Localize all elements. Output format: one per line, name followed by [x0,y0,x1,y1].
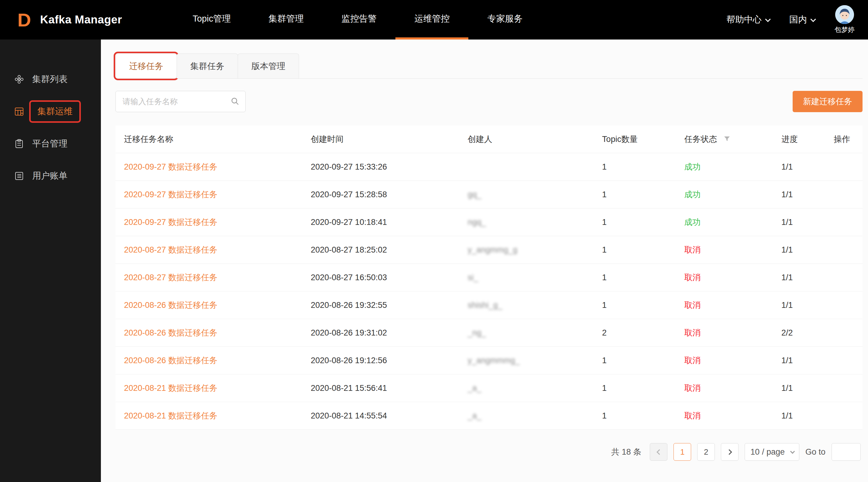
creator: _a_ [459,384,594,393]
page-button-1[interactable]: 1 [674,443,691,461]
top-nav: Topic管理 集群管理 监控告警 运维管控 专家服务 [174,0,541,39]
progress: 1/1 [773,162,825,172]
header-right: 帮助中心 国内 包梦婷 [726,5,855,34]
table-row: 2020-09-27 数据迁移任务 2020-09-27 15:28:58 gq… [116,181,863,208]
status-badge: 取消 [676,272,773,283]
task-name-link[interactable]: 2020-09-27 数据迁移任务 [124,162,218,171]
pagination: 共 18 条 1 2 10 / page Go to [116,443,863,461]
created-time: 2020-08-26 19:32:55 [302,300,459,310]
col-creator: 创建人 [459,134,594,144]
created-time: 2020-08-26 19:31:02 [302,328,459,338]
sidebar-item-cluster-list[interactable]: 集群列表 [0,63,101,95]
next-page-button[interactable] [721,443,739,461]
created-time: 2020-09-27 15:28:58 [302,190,459,199]
filter-icon[interactable] [724,135,730,144]
nav-cluster-manage[interactable]: 集群管理 [250,0,322,39]
page-button-2[interactable]: 2 [697,443,715,461]
topic-count: 1 [594,384,676,393]
topic-count: 1 [594,190,676,199]
col-topic-count: Topic数量 [594,134,676,144]
sidebar: 集群列表 集群运维 平台管理 用户账单 [0,39,101,482]
task-name-link[interactable]: 2020-08-26 数据迁移任务 [124,356,218,365]
col-actions: 操作 [825,134,863,144]
sidebar-item-user-billing[interactable]: 用户账单 [0,160,101,192]
col-created-time: 创建时间 [302,134,459,144]
progress: 1/1 [773,190,825,199]
tab-migration-tasks[interactable]: 迁移任务 [116,54,177,78]
search-input[interactable] [116,91,246,112]
task-name-link[interactable]: 2020-08-27 数据迁移任务 [124,273,218,282]
main-content: 迁移任务 集群任务 版本管理 新建迁移任务 迁移任务名称 创建时间 创建人 To… [101,39,868,461]
status-badge: 成功 [676,217,773,228]
created-time: 2020-08-27 18:25:02 [302,245,459,255]
new-migration-task-button[interactable]: 新建迁移任务 [793,91,863,112]
status-badge: 成功 [676,161,773,172]
task-name-link[interactable]: 2020-08-21 数据迁移任务 [124,411,218,420]
sidebar-item-label: 平台管理 [32,138,67,150]
search-box [116,91,246,112]
topic-count: 1 [594,356,676,365]
sidebar-item-cluster-ops[interactable]: 集群运维 [0,95,101,128]
created-time: 2020-08-27 16:50:03 [302,273,459,282]
help-center-menu[interactable]: 帮助中心 [726,14,769,26]
search-icon[interactable] [230,97,240,107]
col-progress: 进度 [773,134,825,144]
task-name-link[interactable]: 2020-09-27 数据迁移任务 [124,190,218,199]
created-time: 2020-08-21 15:56:41 [302,384,459,393]
status-badge: 取消 [676,244,773,255]
app-logo-icon: D [13,9,35,30]
creator: gq_ [459,190,594,199]
task-name-link[interactable]: 2020-08-27 数据迁移任务 [124,245,218,254]
task-name-link[interactable]: 2020-08-26 数据迁移任务 [124,300,218,310]
topic-count: 1 [594,273,676,282]
cluster-ops-icon [14,106,24,117]
goto-label: Go to [805,447,826,457]
tab-cluster-tasks[interactable]: 集群任务 [177,54,238,78]
toolbar: 新建迁移任务 [116,91,863,112]
sidebar-item-label: 集群列表 [32,73,67,86]
topic-count: 1 [594,411,676,421]
table-row: 2020-08-26 数据迁移任务 2020-08-26 19:32:55 sh… [116,291,863,319]
col-task-status: 任务状态 [676,134,773,144]
nav-ops-control[interactable]: 运维管控 [395,0,468,39]
tab-version-manage[interactable]: 版本管理 [238,54,299,78]
topic-count: 1 [594,245,676,255]
progress: 1/1 [773,218,825,227]
total-count: 共 18 条 [611,446,641,457]
sidebar-item-label: 用户账单 [32,170,67,182]
progress: 1/1 [773,411,825,421]
user-menu[interactable]: 包梦婷 [835,5,855,34]
tab-bar: 迁移任务 集群任务 版本管理 [116,54,863,79]
nav-topic-manage[interactable]: Topic管理 [174,0,250,39]
progress: 1/1 [773,356,825,365]
table-header-row: 迁移任务名称 创建时间 创建人 Topic数量 任务状态 进度 操作 [116,126,863,153]
region-menu[interactable]: 国内 [789,14,814,26]
creator: _ng_ [459,328,594,338]
task-name-link[interactable]: 2020-08-21 数据迁移任务 [124,384,218,393]
page-size-select[interactable]: 10 / page [745,443,799,461]
nav-monitor-alert[interactable]: 监控告警 [322,0,395,39]
creator: si_ [459,273,594,282]
status-badge: 成功 [676,189,773,200]
user-name: 包梦婷 [835,25,855,34]
table-row: 2020-08-26 数据迁移任务 2020-08-26 19:31:02 _n… [116,319,863,347]
nav-expert-service[interactable]: 专家服务 [468,0,541,39]
app-title: Kafka Manager [40,13,122,26]
topic-count: 2 [594,328,676,338]
status-badge: 取消 [676,355,773,366]
prev-page-button[interactable] [650,443,668,461]
sidebar-item-platform-manage[interactable]: 平台管理 [0,128,101,160]
table-row: 2020-08-26 数据迁移任务 2020-08-26 19:12:56 y_… [116,347,863,375]
created-time: 2020-09-27 15:33:26 [302,162,459,172]
goto-page-input[interactable] [832,443,861,461]
creator: y_angmmg_g [459,245,594,255]
list-icon [14,171,24,181]
topic-count: 1 [594,218,676,227]
chevron-right-icon [726,449,732,455]
created-time: 2020-09-27 10:18:41 [302,218,459,227]
task-name-link[interactable]: 2020-08-26 数据迁移任务 [124,328,218,338]
chevron-left-icon [656,449,662,455]
progress: 1/1 [773,300,825,310]
task-name-link[interactable]: 2020-09-27 数据迁移任务 [124,218,218,227]
migration-task-table: 迁移任务名称 创建时间 创建人 Topic数量 任务状态 进度 操作 2020-… [116,126,863,430]
